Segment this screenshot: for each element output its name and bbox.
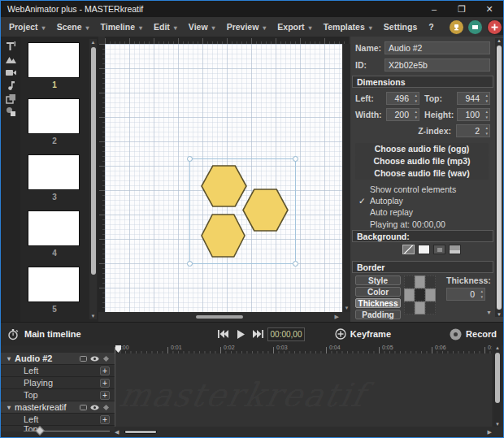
choose-audio-ogg-button[interactable]: Choose audio file (ogg) <box>355 143 489 155</box>
border-style-button[interactable]: Style <box>355 275 401 285</box>
minimize-button[interactable]: – <box>420 1 448 17</box>
height-input[interactable]: 100 <box>457 108 490 121</box>
add-keyframe-plus-button[interactable]: + <box>100 415 110 424</box>
selection-handle-top-right[interactable] <box>293 156 298 162</box>
properties-scrollbar[interactable]: ▲ ▼ <box>495 38 503 317</box>
close-button[interactable]: ✕ <box>476 1 503 17</box>
scene-thumbnail-1[interactable]: 1 <box>28 42 81 89</box>
menu-timeline[interactable]: Timeline <box>101 22 142 32</box>
selection-handle-top-left[interactable] <box>187 156 193 162</box>
gallery-icon[interactable] <box>468 20 482 34</box>
background-solid-button[interactable] <box>418 245 430 254</box>
add-keyframe-plus-button[interactable]: + <box>100 366 110 375</box>
track-property-top-1[interactable]: Top + <box>1 389 115 401</box>
scroll-down-icon[interactable]: ▼ <box>343 306 350 310</box>
timeline-ruler[interactable]: 0:00 0:01 0:02 0:03 0:04 0:05 0:06 0:07 <box>115 345 492 353</box>
menu-templates[interactable]: Templates <box>324 22 372 32</box>
canvas-horizontal-scrollbar[interactable]: ▶ <box>105 314 341 320</box>
timeline-vertical-scrollbar[interactable]: ▲ ▼ <box>493 345 502 427</box>
track-property-left-2[interactable]: Left + <box>1 414 115 426</box>
shapes-tool-icon[interactable] <box>3 105 18 118</box>
selection-box[interactable] <box>189 158 296 264</box>
left-input[interactable]: 496 <box>386 92 419 105</box>
autoplay-option[interactable]: ✓Autoplay <box>370 196 403 206</box>
zindex-input[interactable]: 2 <box>456 124 490 137</box>
choose-audio-wav-button[interactable]: Choose audio file (wav) <box>355 167 489 180</box>
keyframe-button[interactable]: Keyframe <box>335 328 391 340</box>
menu-settings[interactable]: Settings <box>384 22 417 32</box>
border-color-button[interactable]: Color <box>355 287 401 297</box>
panel-scroll-down-icon[interactable]: ▼ <box>486 310 492 315</box>
scroll-down-icon[interactable]: ▼ <box>493 422 502 427</box>
scroll-right-icon[interactable]: ▶ <box>335 314 339 320</box>
timeline-horizontal-scrollbar[interactable]: ◀ ▶ <box>115 428 492 436</box>
menu-edit[interactable]: Edit <box>154 22 177 32</box>
text-tool-icon[interactable] <box>3 40 18 53</box>
record-button[interactable]: Record <box>450 328 497 340</box>
timeline-hscroll-thumb[interactable] <box>124 430 157 434</box>
border-thickness-button[interactable]: Thickness <box>355 298 401 308</box>
background-none-button[interactable] <box>402 245 415 254</box>
scroll-up-icon[interactable]: ▲ <box>495 38 503 43</box>
collapse-caret-icon[interactable]: ▾ <box>7 355 11 362</box>
scroll-down-icon[interactable]: ▼ <box>89 313 97 319</box>
scroll-right-icon[interactable]: ▶ <box>488 429 492 436</box>
play-button[interactable] <box>237 330 245 339</box>
width-input[interactable]: 200 <box>386 108 419 121</box>
scroll-down-icon[interactable]: ▼ <box>495 312 503 317</box>
audio-tool-icon[interactable] <box>3 79 18 92</box>
keyframe-diamond-icon[interactable] <box>102 404 110 411</box>
scene-thumbnail-4[interactable]: 4 <box>28 210 81 258</box>
thickness-input[interactable]: 0 <box>446 288 485 301</box>
scene-thumbnail-3[interactable]: 3 <box>28 154 81 202</box>
track-group-audio2[interactable]: ▾ Audio #2 <box>1 353 115 365</box>
menu-help[interactable]: ? <box>428 22 433 32</box>
timeline-zoom-slider[interactable] <box>24 427 110 434</box>
name-input[interactable]: Audio #2 <box>385 41 490 54</box>
track-property-left-1[interactable]: Left + <box>1 365 115 377</box>
top-input[interactable]: 944 <box>457 92 490 105</box>
menu-view[interactable]: View <box>189 22 215 32</box>
maximize-button[interactable]: ❐ <box>448 1 476 17</box>
visibility-eye-icon[interactable] <box>90 405 99 410</box>
clip-icon[interactable] <box>80 356 87 362</box>
scenes-scrollbar[interactable]: ▲ ▼ <box>89 39 97 319</box>
trophy-icon[interactable] <box>450 20 463 34</box>
visibility-eye-icon[interactable] <box>90 356 99 362</box>
properties-scrollbar-thumb[interactable] <box>497 46 502 310</box>
canvas-vertical-scrollbar[interactable]: ▼ <box>343 44 350 312</box>
menu-preview[interactable]: Preview <box>227 22 267 32</box>
selection-handle-bottom-right[interactable] <box>293 261 298 267</box>
selection-handle-bottom-left[interactable] <box>187 261 193 267</box>
choose-audio-mp3-button[interactable]: Choose audio file (mp3) <box>355 155 489 167</box>
video-tool-icon[interactable] <box>3 66 18 79</box>
scene-thumbnail-2[interactable]: 2 <box>28 98 81 145</box>
scroll-left-icon[interactable]: ◀ <box>115 429 119 436</box>
image-tool-icon[interactable] <box>3 53 18 66</box>
background-gradient-button[interactable] <box>433 245 445 254</box>
show-control-elements-option[interactable]: Show control elements <box>370 184 456 194</box>
add-keyframe-plus-button[interactable]: + <box>100 391 110 400</box>
track-lanes[interactable]: masterkreatif <box>115 353 492 427</box>
track-property-playing[interactable]: Playing + <box>1 377 115 389</box>
clip-icon[interactable] <box>80 405 87 410</box>
menu-export[interactable]: Export <box>277 22 311 32</box>
timeline-vscroll-thumb[interactable] <box>495 353 500 403</box>
scroll-up-icon[interactable]: ▲ <box>89 39 97 46</box>
add-keyframe-plus-button[interactable]: + <box>100 379 110 388</box>
auto-replay-option[interactable]: Auto replay <box>370 207 413 217</box>
scene-thumbnail-5[interactable]: 5 <box>28 267 81 314</box>
scenes-scrollbar-thumb[interactable] <box>91 47 96 275</box>
border-sides-selector[interactable] <box>404 275 436 314</box>
layers-tool-icon[interactable] <box>3 92 18 105</box>
background-image-button[interactable] <box>449 245 461 254</box>
track-group-masterkreatif[interactable]: ▾ masterkreatif <box>1 401 115 414</box>
skip-to-end-button[interactable] <box>253 330 263 338</box>
skip-to-start-button[interactable] <box>218 330 228 338</box>
timeline-track-area[interactable]: 0:00 0:01 0:02 0:03 0:04 0:05 0:06 0:07 … <box>115 345 492 427</box>
border-padding-button[interactable]: Padding <box>355 310 401 319</box>
elements-button[interactable]: Elements <box>487 20 504 35</box>
scroll-up-icon[interactable]: ▲ <box>493 345 502 350</box>
stage-canvas[interactable] <box>105 44 342 312</box>
menu-scene[interactable]: Scene <box>57 22 89 32</box>
